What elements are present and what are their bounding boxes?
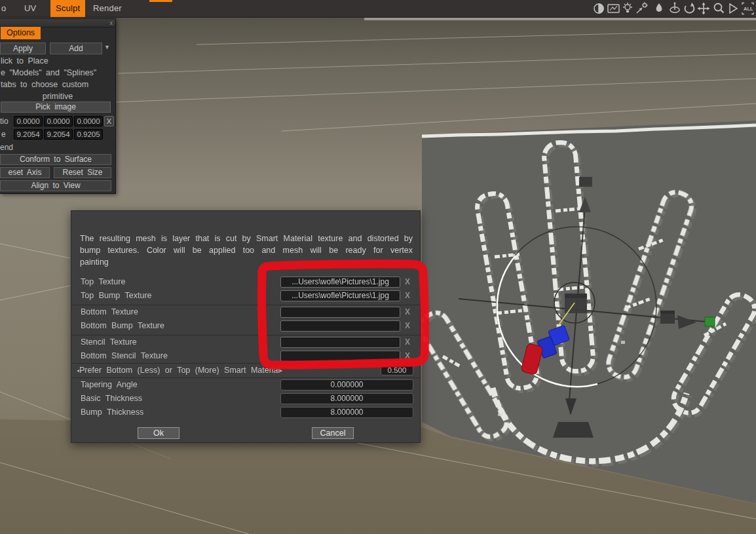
ratio-y-field[interactable]: 0.0000: [44, 116, 73, 126]
move-light-icon[interactable]: [637, 3, 648, 14]
ratio-z-field[interactable]: 0.0000: [74, 116, 103, 126]
gizmo-top-cube[interactable]: [579, 177, 592, 187]
orange-tab-fragment: [149, 0, 172, 2]
bend-label: end: [0, 143, 13, 152]
add-button[interactable]: Add: [50, 43, 102, 54]
bottom-bump-texture-label: Bottom Bump Texture: [81, 321, 164, 330]
size-x-field[interactable]: 9.2054: [14, 129, 43, 140]
pan-view-icon[interactable]: [698, 3, 710, 15]
tab-uv[interactable]: UV: [19, 0, 41, 17]
bottom-texture-label: Bottom Texture: [81, 307, 138, 316]
dialog-description: The resulting mesh is layer that is cut …: [80, 233, 413, 268]
align-to-view-button[interactable]: Align to View: [0, 180, 111, 191]
tab-partial[interactable]: o: [0, 0, 11, 17]
tab-options[interactable]: Options: [1, 27, 41, 39]
ratio-x-field[interactable]: 0.0000: [14, 116, 43, 126]
ratio-clear-button[interactable]: X: [104, 116, 114, 126]
drop-icon[interactable]: [656, 3, 662, 12]
separator: [71, 335, 420, 335]
prefer-value-field[interactable]: 0.500: [381, 365, 413, 375]
bottom-bump-texture-field[interactable]: [280, 320, 400, 332]
close-icon[interactable]: x: [110, 19, 113, 27]
gizmo-down-fan[interactable]: [553, 422, 594, 438]
clear-icon[interactable]: X: [402, 337, 413, 348]
contrast-icon[interactable]: [594, 4, 603, 13]
stencil-texture-label: Stencil Texture: [81, 337, 137, 347]
top-texture-field[interactable]: ...Users\wofle\Pictures\1.jpg: [280, 277, 400, 288]
gizmo-x-cube-shade: [660, 311, 675, 314]
hint-line: tabs to choose custom: [1, 80, 115, 89]
orbit-icon[interactable]: [670, 3, 679, 13]
apply-button[interactable]: Apply: [0, 43, 46, 54]
hint-line: e "Models" and "Splines": [1, 68, 115, 77]
ratio-label: tio: [0, 117, 9, 126]
tool-options-panel: x Options Apply Add ▼ lick to Place e "M…: [0, 18, 116, 194]
reset-axis-button[interactable]: eset Axis: [0, 167, 50, 178]
gizmo-center-cube-shade: [565, 294, 587, 298]
clear-icon[interactable]: X: [402, 290, 413, 301]
tapering-angle-field[interactable]: 0.000000: [280, 379, 413, 391]
clear-icon[interactable]: X: [402, 320, 413, 332]
gizmo-x-handle-green[interactable]: [705, 317, 715, 326]
zoom-view-icon[interactable]: [715, 4, 724, 13]
perspective-icon[interactable]: [730, 4, 737, 13]
chevron-down-icon[interactable]: ▼: [104, 44, 110, 50]
bottom-stencil-texture-field[interactable]: [280, 351, 400, 362]
tab-sculpt[interactable]: Sculpt: [50, 0, 85, 17]
clear-icon[interactable]: X: [402, 351, 413, 362]
background-image-icon[interactable]: [608, 5, 619, 12]
clear-icon[interactable]: X: [402, 307, 413, 318]
bottom-stencil-texture-label: Bottom Stencil Texture: [81, 351, 168, 360]
top-bump-texture-field[interactable]: ...Users\wofle\Pictures\1.jpg: [280, 290, 400, 301]
svg-text:ALL: ALL: [744, 6, 753, 12]
rotate-view-icon[interactable]: [685, 3, 694, 13]
tapering-angle-label: Tapering Angle: [81, 380, 138, 389]
conform-to-surface-button[interactable]: Conform to Surface: [0, 154, 111, 165]
basic-thickness-label: Basic Thickness: [81, 394, 142, 403]
light-icon[interactable]: [623, 3, 632, 12]
top-texture-label: Top Texture: [81, 277, 125, 286]
bottom-texture-field[interactable]: [280, 307, 400, 318]
tab-render[interactable]: Render: [88, 0, 127, 17]
top-menu-bar: o UV Sculpt Render: [0, 0, 756, 18]
hint-line: primitive: [1, 92, 115, 101]
prefer-label: Prefer Bottom (Less) or Top (More) Smart…: [79, 366, 280, 375]
increment-icon[interactable]: ▸: [280, 368, 282, 373]
frame-all-icon[interactable]: ALL: [742, 3, 753, 14]
separator: [71, 305, 420, 305]
separator: [71, 377, 420, 378]
clear-icon[interactable]: X: [402, 277, 413, 288]
bump-thickness-label: Bump Thickness: [81, 408, 143, 417]
reset-size-button[interactable]: Reset Size: [54, 167, 111, 178]
stencil-texture-field[interactable]: [280, 337, 400, 348]
viewport-toolbar: ALL: [592, 0, 755, 17]
top-bump-texture-label: Top Bump Texture: [81, 291, 152, 300]
prefer-slider-row[interactable]: ◂Prefer Bottom (Less) or Top (More) Smar…: [77, 366, 282, 375]
bump-thickness-field[interactable]: 8.000000: [280, 407, 413, 418]
size-y-field[interactable]: 9.2054: [44, 129, 73, 140]
hint-line: lick to Place: [1, 56, 115, 66]
separator: [71, 363, 420, 364]
size-z-field[interactable]: 0.9205: [74, 129, 103, 140]
size-label: e: [1, 130, 6, 139]
pick-image-button[interactable]: Pick image: [1, 102, 111, 113]
basic-thickness-field[interactable]: 8.000000: [280, 393, 413, 404]
cancel-button[interactable]: Cancel: [312, 427, 354, 439]
ok-button[interactable]: Ok: [138, 427, 180, 439]
texture-settings-dialog: The resulting mesh is layer that is cut …: [71, 210, 421, 443]
